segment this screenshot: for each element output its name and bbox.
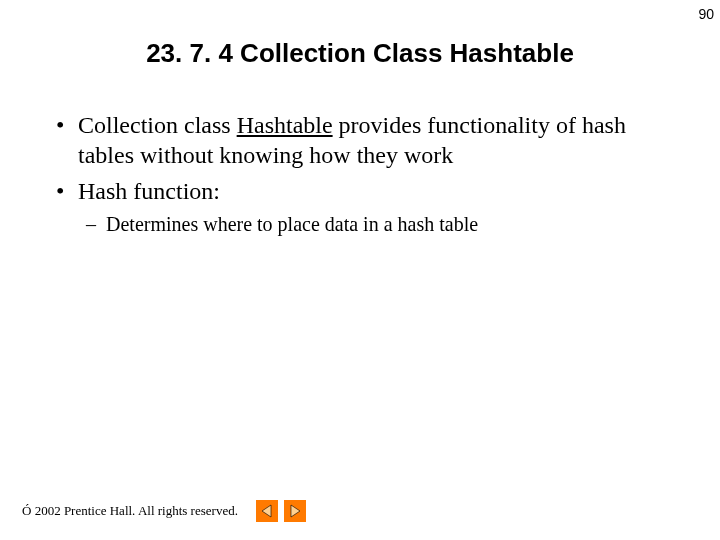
page-number: 90 [698,6,714,22]
bullet-text-pre: Collection class [78,112,237,138]
slide-title: 23. 7. 4 Collection Class Hashtable [0,38,720,69]
prev-button[interactable] [256,500,278,522]
bullet-item-1: Collection class Hashtable provides func… [50,110,670,170]
nav-buttons [256,500,306,522]
slide-body: Collection class Hashtable provides func… [50,110,670,237]
bullet-item-2: Hash function: [50,176,670,206]
sub-bullet-text: Determines where to place data in a hash… [106,213,478,235]
slide-footer: Ó 2002 Prentice Hall. All rights reserve… [22,500,306,522]
next-button[interactable] [284,500,306,522]
slide: 90 23. 7. 4 Collection Class Hashtable C… [0,0,720,540]
triangle-left-icon [260,504,274,518]
svg-marker-1 [291,505,300,517]
svg-marker-0 [262,505,271,517]
bullet-text: Hash function: [78,178,220,204]
bullet-text-underlined: Hashtable [237,112,333,138]
triangle-right-icon [288,504,302,518]
copyright-text: Ó 2002 Prentice Hall. All rights reserve… [22,503,238,519]
sub-bullet-item-1: Determines where to place data in a hash… [50,212,670,237]
